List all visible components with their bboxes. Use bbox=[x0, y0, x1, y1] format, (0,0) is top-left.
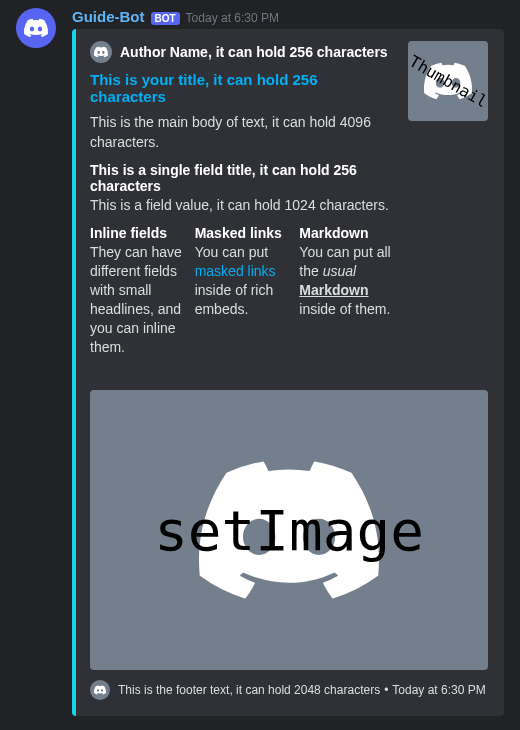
embed: Author Name, it can hold 256 characters … bbox=[72, 29, 504, 716]
discord-logo-icon bbox=[24, 16, 48, 40]
field-value: You can put masked links inside of rich … bbox=[195, 243, 288, 319]
footer-icon bbox=[90, 680, 110, 700]
image-label: setImage bbox=[154, 498, 424, 563]
field-value: You can put all the usual Markdown insid… bbox=[299, 243, 392, 319]
discord-logo-icon bbox=[94, 684, 106, 696]
message: Guide-Bot BOT Today at 6:30 PM Author Na… bbox=[0, 0, 520, 724]
username[interactable]: Guide-Bot bbox=[72, 8, 145, 25]
inline-field: Masked links You can put masked links in… bbox=[195, 225, 288, 356]
embed-description: This is the main body of text, it can ho… bbox=[90, 113, 392, 152]
message-body: Guide-Bot BOT Today at 6:30 PM Author Na… bbox=[72, 8, 504, 716]
embed-title[interactable]: This is your title, it can hold 256 char… bbox=[90, 71, 392, 105]
inline-fields-row: Inline fields They can have different fi… bbox=[90, 225, 392, 366]
discord-logo-icon bbox=[94, 45, 108, 59]
embed-footer: This is the footer text, it can hold 204… bbox=[90, 680, 488, 700]
embed-author-name: Author Name, it can hold 256 characters bbox=[120, 44, 388, 60]
field-title: Inline fields bbox=[90, 225, 183, 241]
embed-thumbnail[interactable]: Thumbnail bbox=[408, 41, 488, 121]
message-header: Guide-Bot BOT Today at 6:30 PM bbox=[72, 8, 504, 25]
field-value: They can have different fields with smal… bbox=[90, 243, 183, 356]
embed-field: This is a single field title, it can hol… bbox=[90, 162, 392, 215]
author-icon bbox=[90, 41, 112, 63]
masked-link[interactable]: masked links bbox=[195, 263, 276, 279]
bot-avatar[interactable] bbox=[16, 8, 56, 48]
field-value: This is a field value, it can hold 1024 … bbox=[90, 196, 392, 215]
message-timestamp: Today at 6:30 PM bbox=[186, 11, 279, 25]
inline-field: Inline fields They can have different fi… bbox=[90, 225, 183, 356]
footer-text: This is the footer text, it can hold 204… bbox=[118, 683, 486, 697]
field-title: Markdown bbox=[299, 225, 392, 241]
embed-image[interactable]: setImage bbox=[90, 390, 488, 670]
field-title: This is a single field title, it can hol… bbox=[90, 162, 392, 194]
field-title: Masked links bbox=[195, 225, 288, 241]
inline-field: Markdown You can put all the usual Markd… bbox=[299, 225, 392, 356]
bot-tag: BOT bbox=[151, 12, 180, 25]
embed-author-row: Author Name, it can hold 256 characters bbox=[90, 41, 392, 63]
